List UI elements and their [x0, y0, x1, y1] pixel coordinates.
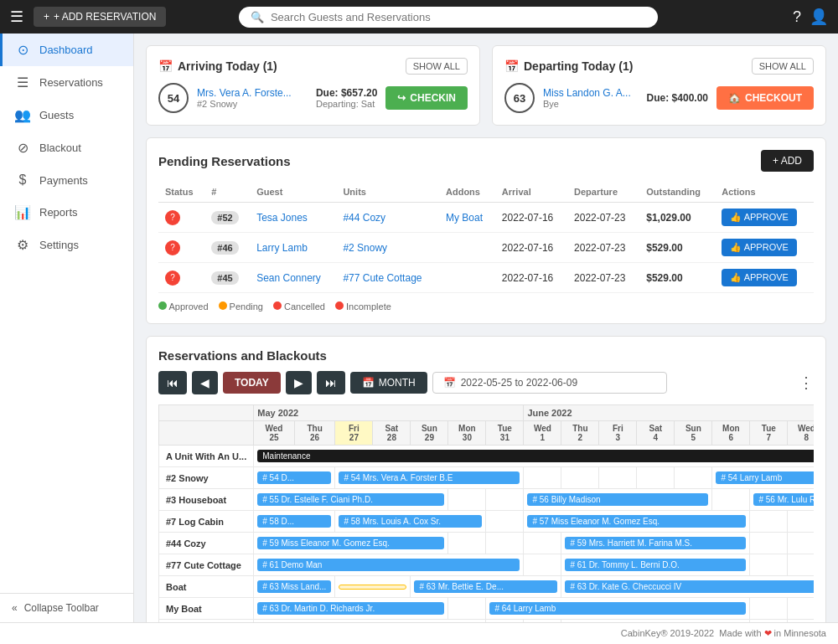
gantt-more-icon[interactable]: ⋮ — [799, 374, 814, 392]
gantt-bar[interactable]: # 59 Mrs. Harriett M. Farina M.S. — [565, 537, 746, 549]
guest-cell[interactable]: Tesa Jones — [250, 203, 336, 233]
gantt-cell: # 57 Miss Eleanor M. Gomez Esq. — [524, 511, 750, 533]
gantt-cell — [637, 467, 675, 489]
status-badge: ? — [165, 210, 180, 225]
gantt-forward-button[interactable]: ▶ — [286, 371, 312, 394]
gantt-bar[interactable]: # 57 Miss Eleanor M. Gomez Esq. — [527, 515, 746, 528]
sidebar-item-reports[interactable]: 📊 Reports — [0, 196, 133, 229]
gantt-bar[interactable] — [339, 585, 406, 590]
departing-guest-name[interactable]: Miss Landon G. A... — [543, 87, 639, 99]
legend-incomplete: Incomplete — [335, 301, 391, 312]
gantt-bar[interactable]: # 63 Mr. Bettie E. De... — [414, 580, 557, 593]
gantt-day-29: Sun29 — [411, 421, 448, 446]
arriving-title: 📅 Arriving Today (1) — [158, 59, 277, 73]
unit-cell[interactable]: #77 Cute Cottage — [336, 263, 439, 293]
arriving-show-all-button[interactable]: SHOW ALL — [406, 58, 468, 75]
gantt-bar[interactable]: # 54 Larry Lamb — [716, 471, 814, 484]
gantt-bar[interactable]: # 61 Dr. Tommy L. Berni D.O. — [565, 559, 746, 571]
sidebar-item-settings[interactable]: ⚙ Settings — [0, 229, 133, 261]
checkin-button[interactable]: ↪ CHECKIN — [385, 86, 468, 110]
user-icon[interactable]: 👤 — [810, 8, 828, 26]
gantt-date-range[interactable]: 📅 2022-05-25 to 2022-06-09 — [432, 372, 667, 394]
gantt-bar[interactable]: # 59 Miss Eleanor M. Gomez Esq. — [257, 537, 444, 549]
gantt-row: #3 Houseboat# 55 Dr. Estelle F. Ciani Ph… — [159, 489, 815, 511]
gantt-bar[interactable]: # 54 Mrs. Vera A. Forster B.E — [339, 471, 520, 484]
action-cell: 👍 APPROVE — [715, 263, 814, 293]
gantt-cell — [788, 554, 814, 576]
reservations-icon: ☰ — [14, 75, 31, 90]
gantt-cell — [750, 533, 788, 554]
sidebar-item-dashboard[interactable]: ⊙ Dashboard — [0, 33, 133, 66]
gantt-unit-header — [159, 405, 254, 421]
gantt-cell — [448, 598, 486, 620]
gantt-bar[interactable]: # 56 Mr. Lulu R. And... — [753, 493, 814, 506]
checkout-button[interactable]: 🏠 CHECKOUT — [716, 86, 814, 110]
sidebar-item-blackout[interactable]: ⊘ Blackout — [0, 131, 133, 164]
gantt-bar[interactable]: # 54 D... — [257, 471, 331, 484]
departing-amount: Due: $400.00 — [647, 92, 708, 104]
gantt-bar[interactable]: # 63 Miss Land... — [257, 580, 331, 593]
guest-cell[interactable]: Larry Lamb — [250, 233, 336, 263]
blackout-icon: ⊘ — [14, 140, 31, 156]
menu-icon[interactable]: ☰ — [10, 8, 23, 26]
reservation-number: #45 — [211, 271, 238, 285]
gantt-grid: May 2022 June 2022 Wed25Thu26Fri27Sat28S… — [158, 404, 814, 622]
gantt-back-button[interactable]: ◀ — [192, 371, 218, 394]
number-cell: #46 — [204, 233, 250, 263]
arriving-guest-name[interactable]: Mrs. Vera A. Forste... — [197, 87, 308, 99]
gantt-title: Reservations and Blackouts — [158, 348, 814, 363]
departure-cell: 2022-07-23 — [567, 263, 639, 293]
departing-today-card: 📅 Departing Today (1) SHOW ALL 63 Miss L… — [492, 45, 826, 126]
gantt-bar[interactable]: # 61 Demo Man — [257, 559, 520, 571]
add-pending-button[interactable]: + ADD — [761, 150, 814, 172]
gantt-cell — [486, 489, 524, 511]
gantt-forward-forward-button[interactable]: ⏭ — [317, 371, 345, 394]
legend: Approved Pending Cancelled Incomplete — [158, 301, 814, 312]
gantt-bar[interactable]: # 58 Mrs. Louis A. Cox Sr. — [339, 515, 482, 528]
sidebar-item-guests[interactable]: 👥 Guests — [0, 99, 133, 131]
gantt-bar[interactable]: Maintenance — [257, 450, 814, 462]
gantt-bar[interactable]: # 63 Dr. Kate G. Checcucci IV — [565, 580, 814, 593]
gantt-cell: # 56 Billy Madison — [524, 489, 712, 511]
gantt-cell — [750, 554, 788, 576]
gantt-row: #7 Log Cabin# 58 D...# 58 Mrs. Louis A. … — [159, 511, 815, 533]
sidebar-item-payments[interactable]: $ Payments — [0, 164, 133, 196]
gantt-cell — [750, 511, 788, 533]
gantt-cell — [335, 576, 411, 598]
col-arrival: Arrival — [495, 182, 567, 203]
pending-reservations-section: Pending Reservations + ADD Status # Gues… — [146, 137, 826, 324]
sidebar-item-reservations[interactable]: ☰ Reservations — [0, 66, 133, 99]
gantt-bar[interactable]: # 63 Dr. Martin D. Richards Jr. — [257, 602, 444, 615]
approve-button[interactable]: 👍 APPROVE — [722, 209, 797, 226]
gantt-bar[interactable]: # 55 Dr. Estelle F. Ciani Ph.D. — [257, 493, 444, 506]
gantt-row-label: Boat — [159, 576, 254, 598]
departing-title: 📅 Departing Today (1) — [504, 59, 633, 73]
help-icon[interactable]: ? — [793, 8, 801, 26]
approve-button[interactable]: 👍 APPROVE — [722, 269, 797, 286]
gantt-cell — [524, 533, 561, 554]
gantt-row-label: My Boat — [159, 598, 254, 620]
departing-show-all-button[interactable]: SHOW ALL — [752, 58, 814, 75]
gantt-cell — [788, 511, 814, 533]
gantt-row: #77 Cute Cottage# 61 Demo Man# 61 Dr. To… — [159, 554, 815, 576]
gantt-cell: # 58 Mrs. Louis A. Cox Sr. — [335, 511, 486, 533]
add-reservation-button[interactable]: + + ADD RESERVATION — [34, 7, 166, 27]
gantt-cell — [561, 467, 599, 489]
unit-cell[interactable]: #2 Snowy — [336, 233, 439, 263]
gantt-bar[interactable]: # 64 Larry Lamb — [489, 602, 746, 615]
gantt-day-7: Tue7 — [750, 421, 788, 446]
gantt-bar[interactable]: # 56 Billy Madison — [527, 493, 708, 506]
guest-cell[interactable]: Sean Connery — [250, 263, 336, 293]
unit-cell[interactable]: #44 Cozy — [336, 203, 439, 233]
gantt-back-back-button[interactable]: ⏮ — [158, 371, 187, 394]
checkin-icon: ↪ — [397, 92, 406, 104]
gantt-month-button[interactable]: 📅 MONTH — [350, 372, 427, 394]
approve-button[interactable]: 👍 APPROVE — [722, 239, 797, 256]
gantt-cell — [712, 489, 750, 511]
collapse-toolbar[interactable]: « Collapse Toolbar — [0, 593, 133, 622]
search-input[interactable] — [271, 11, 646, 23]
gantt-bar[interactable]: # 58 D... — [257, 515, 331, 528]
addon-cell[interactable]: My Boat — [439, 203, 495, 233]
col-units: Units — [336, 182, 439, 203]
gantt-today-button[interactable]: TODAY — [223, 372, 281, 394]
